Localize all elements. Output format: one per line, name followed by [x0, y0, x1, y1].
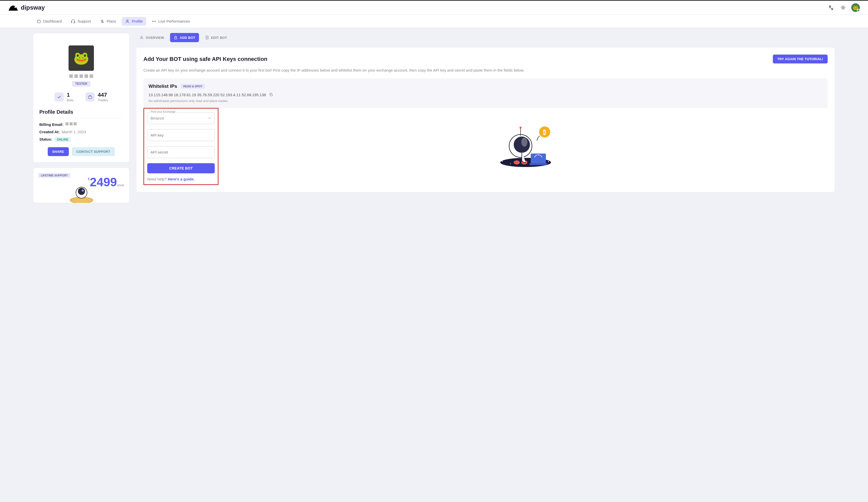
exchange-value: Binance — [151, 116, 164, 120]
whitelist-title: Whitelist IPs — [148, 83, 177, 89]
addbot-title: Add Your BOT using safe API Keys connect… — [143, 56, 268, 62]
headset-icon — [71, 19, 75, 24]
logo-icon — [8, 3, 18, 12]
svg-point-10 — [78, 188, 85, 195]
stat-bots: 1 Bots — [54, 92, 73, 102]
nav-plans-label: Plans — [106, 19, 116, 23]
exchange-select[interactable]: Binance — [147, 112, 215, 124]
ip-list: 13.115.148.98 18.178.61.19 35.76.59.220 … — [148, 93, 266, 97]
status-badge: ONLINE — [54, 137, 71, 142]
whitelist-box: Whitelist IPs READ & SPOT 13.115.148.98 … — [143, 79, 828, 108]
svg-point-27 — [514, 161, 520, 164]
svg-rect-2 — [37, 20, 40, 23]
nav-support-label: Support — [78, 19, 91, 23]
tab-editbot[interactable]: EDIT BOT — [202, 33, 231, 42]
addbot-desc: Create an API key on your exchange accou… — [143, 68, 828, 73]
brand-text: dipsway — [21, 4, 45, 11]
astronaut-illustration — [64, 180, 99, 203]
copy-icon[interactable] — [269, 93, 273, 97]
svg-rect-7 — [88, 96, 92, 99]
language-icon[interactable] — [827, 3, 835, 12]
svg-point-1 — [842, 7, 844, 8]
help-prefix: Need help? — [147, 177, 168, 181]
nav-dashboard[interactable]: Dashboard — [33, 17, 65, 25]
svg-point-0 — [14, 6, 16, 8]
check-icon — [54, 92, 64, 102]
nav-dashboard-label: Dashboard — [43, 19, 62, 23]
apisecret-input[interactable] — [147, 146, 215, 158]
svg-rect-15 — [270, 94, 272, 96]
svg-point-18 — [548, 161, 549, 162]
profile-tabs: OVERVIEW ADD BOT EDIT BOT — [136, 33, 835, 42]
help-text: Need help? Here's a guide. — [147, 177, 215, 181]
stat-trades: 447 Trades — [85, 92, 108, 102]
trades-count: 447 — [98, 92, 108, 98]
svg-text:₿: ₿ — [543, 129, 546, 135]
svg-point-26 — [519, 127, 521, 129]
dashboard-icon — [37, 19, 41, 24]
nav-profile[interactable]: Profile — [122, 17, 146, 25]
created-value: March 1, 2023 — [62, 130, 86, 134]
dollar-icon — [100, 19, 105, 24]
chevron-down-icon — [208, 116, 211, 120]
svg-point-24 — [514, 136, 530, 153]
user-icon — [125, 19, 130, 24]
nav-live[interactable]: Live Performances — [148, 17, 194, 25]
svg-rect-22 — [529, 163, 547, 165]
profile-avatar: 🐸 — [69, 45, 94, 71]
theme-toggle-icon[interactable] — [839, 3, 847, 12]
svg-point-5 — [127, 20, 128, 21]
help-link[interactable]: Here's a guide. — [168, 177, 195, 181]
tester-badge: TESTER — [72, 81, 90, 86]
addbot-card: Add Your BOT using safe API Keys connect… — [136, 47, 835, 192]
tab-editbot-label: EDIT BOT — [211, 36, 227, 40]
lifetime-badge: LIFETIME SUPPORT — [38, 173, 70, 178]
document-icon — [205, 35, 209, 40]
nav-profile-label: Profile — [132, 19, 143, 23]
lifetime-suffix: once — [117, 183, 124, 187]
svg-point-12 — [141, 36, 142, 38]
trades-label: Trades — [98, 98, 108, 102]
create-bot-form: Pick your Exchange Binance CREATE BOT — [143, 108, 218, 185]
bots-label: Bots — [67, 98, 73, 102]
profile-details-heading: Profile Details — [39, 109, 123, 118]
svg-point-6 — [154, 21, 154, 22]
tab-addbot[interactable]: ADD BOT — [170, 33, 199, 42]
svg-rect-3 — [71, 21, 72, 23]
username-redacted — [39, 74, 123, 78]
exchange-label: Pick your Exchange — [150, 110, 176, 113]
brand[interactable]: dipsway — [8, 3, 45, 12]
ip-note: No withdrawal permissions only read and … — [148, 99, 823, 103]
create-bot-button[interactable]: CREATE BOT — [147, 163, 215, 173]
tab-overview[interactable]: OVERVIEW — [136, 33, 167, 42]
bots-count: 1 — [67, 92, 73, 98]
created-label: Created At: — [39, 130, 60, 134]
tab-overview-label: OVERVIEW — [146, 36, 164, 40]
briefcase-icon — [85, 92, 95, 102]
status-label: Status: — [39, 137, 52, 142]
signal-icon — [152, 19, 156, 24]
billing-redacted — [65, 122, 77, 127]
astronaut-laptop-illustration: ₿ — [226, 108, 828, 169]
contact-support-button[interactable]: CONTACT SUPPORT — [72, 147, 115, 156]
nav-support[interactable]: Support — [67, 17, 94, 25]
lock-icon — [174, 35, 178, 40]
share-button[interactable]: SHARE — [48, 147, 69, 156]
svg-point-11 — [82, 189, 84, 192]
lifetime-card: LIFETIME SUPPORT € 2499 once — [33, 167, 130, 203]
svg-rect-4 — [74, 21, 75, 23]
tab-addbot-label: ADD BOT — [180, 36, 195, 40]
nav-plans[interactable]: Plans — [96, 17, 120, 25]
tutorial-button[interactable]: TRY AGAIN THE TUTORIAL! — [773, 54, 828, 63]
avatar[interactable]: 🐸 — [851, 3, 860, 12]
svg-point-17 — [502, 161, 503, 162]
profile-card: 🐸 TESTER 1 Bots 447 Trades — [33, 33, 130, 162]
whitelist-badge: READ & SPOT — [181, 84, 205, 89]
user-icon — [140, 35, 144, 40]
apikey-input[interactable] — [147, 129, 215, 141]
nav-live-label: Live Performances — [158, 19, 190, 23]
billing-label: Billing Email: — [39, 122, 63, 127]
svg-rect-13 — [175, 37, 177, 39]
svg-point-25 — [521, 137, 527, 147]
svg-point-19 — [510, 163, 511, 164]
